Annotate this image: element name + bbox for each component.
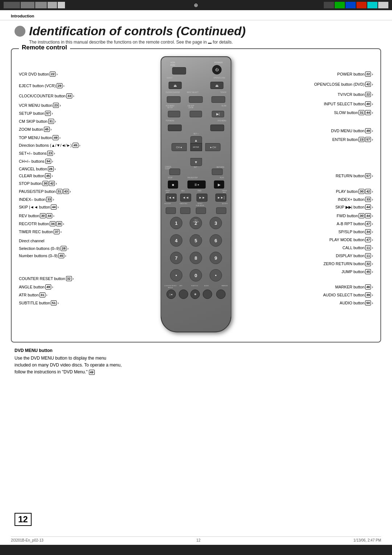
num-9-button[interactable]: 9 (210, 252, 222, 264)
dvd-menu-remote-label: DVD MENU (217, 120, 226, 122)
slow-label: SLOW (221, 105, 226, 107)
index-plus-skip-label: +INDEXSKIP (222, 190, 227, 194)
num-5-button[interactable]: 5 (190, 234, 202, 247)
num-0-button[interactable]: 0 (190, 269, 202, 281)
left-button[interactable]: CH◄ (172, 143, 187, 151)
atr-remote-label: ATR (180, 285, 183, 287)
label-set-plus-minus: SET+/– buttons 23 › (19, 151, 55, 156)
label-skip-prev: SKIP |◄◄ button 44 › (19, 204, 59, 210)
badge-22c: 22 (365, 92, 371, 97)
cm-skip-button[interactable] (190, 111, 202, 117)
badge-44c: 44 (365, 110, 371, 115)
label-power: POWER button 22 › (337, 72, 373, 77)
power-button[interactable]: ⏻ (212, 65, 222, 74)
badge-57b: 57 (365, 137, 371, 142)
cm-skip-label: CM SKIPZOOM (188, 105, 195, 109)
num-6-button[interactable]: 6 (210, 234, 222, 247)
open-close-button[interactable]: ⏏ (211, 82, 224, 89)
footer-left: 2I3201B-En_p02-13 (11, 538, 44, 542)
input-select-button[interactable] (189, 96, 203, 103)
gray-block-1 (4, 2, 20, 8)
sp-slp-button[interactable] (196, 207, 206, 214)
color-block-red (356, 2, 367, 8)
label-skip-next: SKIP ▶▶| button 44 › (335, 204, 373, 210)
label-marker: MARKER button 46 › (335, 284, 373, 289)
rev-button[interactable]: ◄◄ (180, 194, 191, 202)
down-button[interactable]: ▼ (190, 158, 202, 166)
badge-45a: 45 (44, 127, 50, 132)
enter-button[interactable]: ENTER (190, 143, 202, 151)
index-plus-button[interactable]: ►►| (216, 194, 226, 202)
label-counter-reset: COUNTER RESET button 32 › (19, 276, 74, 281)
badge-23b: 23 (47, 151, 53, 156)
right-button[interactable]: ►CH (205, 143, 221, 151)
tv-vcr-button[interactable] (212, 96, 225, 103)
badge-30a: 30 (42, 181, 48, 186)
index-minus-button[interactable]: |◄◄ (166, 194, 177, 202)
num-4-button[interactable]: 4 (170, 234, 183, 247)
set-plus-label: SET + (193, 133, 199, 135)
badge-42c: 42 (365, 189, 371, 194)
badge-34c: 34 (365, 229, 371, 234)
top-bar: ⊕ (0, 0, 392, 10)
atr-button[interactable] (179, 289, 188, 299)
diagram-layout: VCRDVD POWER ⏻ EJECT OPEN/CLOSE ⏏ ⏏ CLOC… (12, 49, 380, 342)
label-jump: JUMP button 45 › (342, 269, 373, 274)
badge-45c: 45 (45, 173, 51, 178)
badge-45d: 45 (58, 253, 64, 258)
fwd-button[interactable]: ►► (197, 194, 208, 202)
power-label: POWER (215, 61, 223, 64)
label-dvd-menu: DVD MENU button 49 › (331, 128, 373, 133)
badge-30b: 30 (40, 213, 46, 218)
label-clock-counter: CLOCK/COUNTER button 33 › (19, 93, 74, 98)
audio-select-button[interactable] (203, 289, 212, 299)
label-rev: REV button 30 44 › (19, 213, 54, 218)
dvd-menu-button[interactable] (211, 125, 224, 131)
return-button[interactable] (212, 169, 223, 175)
slow-button[interactable]: ▶| (212, 111, 224, 117)
vcr-dvd-button[interactable] (172, 67, 186, 74)
num-3-button[interactable]: 3 (210, 217, 222, 229)
badge-47a: 47 (365, 221, 371, 226)
num-1-button[interactable]: 1 (170, 217, 183, 229)
num-dot-button[interactable]: • (170, 269, 183, 281)
num-8-button[interactable]: 8 (190, 252, 202, 264)
num-7-button[interactable]: 7 (170, 252, 183, 264)
color-block-dark (324, 2, 334, 8)
rec-otr-button[interactable] (166, 207, 176, 214)
badge-42b: 42 (365, 82, 371, 87)
color-block-green (335, 2, 345, 8)
crosshair-icon: ⊕ (194, 2, 198, 8)
subtitle-button[interactable]: ◉ (191, 289, 200, 299)
vcr-menu-button[interactable] (168, 111, 180, 117)
page-header: Introduction (0, 10, 392, 20)
top-menu-button[interactable] (168, 125, 182, 131)
clock-counter-button[interactable] (167, 96, 181, 103)
footer-right: 1/13/06, 2:47 PM (354, 538, 381, 542)
timer-rec-button[interactable] (180, 207, 191, 214)
marker-button[interactable] (216, 289, 226, 299)
eject-label: EJECT (167, 77, 173, 79)
badge-44a: 44 (51, 204, 57, 210)
set-minus-label: SET - (194, 166, 199, 168)
play-button[interactable]: ▶ (214, 181, 224, 189)
label-tv-vcr: TV/VCR button 22 › (338, 92, 373, 97)
badge-30c: 30 (359, 189, 364, 194)
top-menu-remote-label: TOP MENU (166, 120, 175, 122)
label-stop: STOP button 30 42 › (19, 181, 57, 186)
gray-block-5 (58, 2, 65, 8)
a-b-rpt-button[interactable] (216, 207, 226, 214)
rec-otr-label: REC/OTR (164, 203, 171, 205)
badge-34a: 34 (45, 159, 51, 164)
cancel-clear-button[interactable] (170, 169, 180, 175)
subtitle-box (208, 43, 212, 44)
pause-step-button[interactable]: ⏸▶ (188, 181, 206, 189)
badge-31c: 31 (40, 292, 45, 297)
stop-button[interactable]: ■ (168, 181, 178, 189)
num-empty-button[interactable]: • (210, 269, 222, 281)
counter-reset-button[interactable]: |◄ (167, 289, 176, 299)
eject-button[interactable]: ⏏ (169, 82, 182, 89)
badge-51: 51 (51, 300, 57, 305)
stop-remote-label: STOP (168, 177, 172, 179)
badge-37: 37 (54, 229, 60, 234)
